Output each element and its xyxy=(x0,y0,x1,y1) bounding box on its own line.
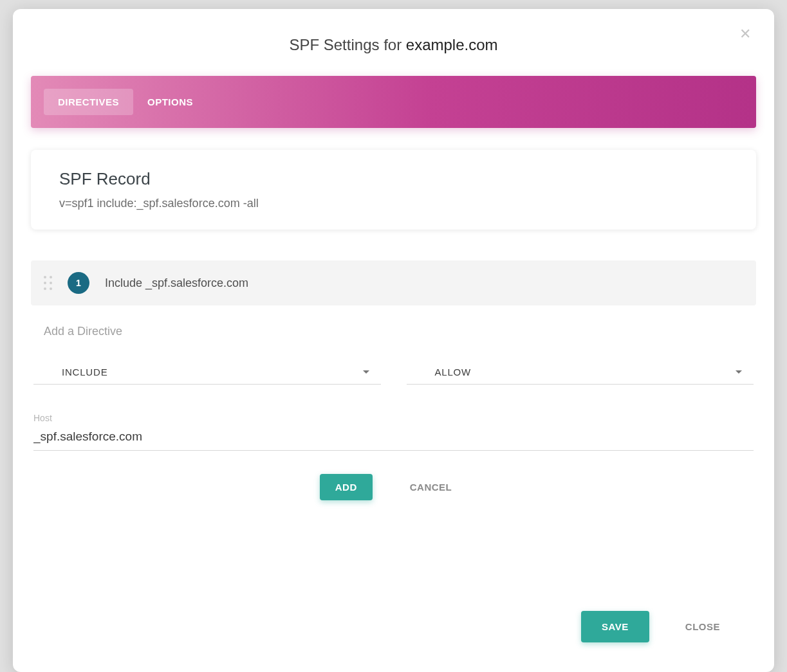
directive-row[interactable]: 1 Include _spf.salesforce.com xyxy=(31,260,756,305)
modal-header: SPF Settings for example.com ✕ xyxy=(13,9,774,76)
chevron-down-icon xyxy=(363,370,369,374)
add-directive-actions: ADD CANCEL xyxy=(31,474,756,500)
drag-handle-icon[interactable] xyxy=(44,276,52,290)
modal-footer: SAVE CLOSE xyxy=(13,598,774,672)
host-field: Host xyxy=(33,413,754,451)
directive-badge: 1 xyxy=(68,272,89,294)
add-directive-label: Add a Directive xyxy=(31,325,756,338)
add-button[interactable]: ADD xyxy=(320,474,373,500)
host-input[interactable] xyxy=(33,427,754,451)
directive-text: Include _spf.salesforce.com xyxy=(105,277,248,290)
tabs-bar: DIRECTIVES OPTIONS xyxy=(31,76,756,128)
chevron-down-icon xyxy=(736,370,742,374)
host-label: Host xyxy=(33,413,754,423)
cancel-button[interactable]: CANCEL xyxy=(394,474,468,500)
close-icon[interactable]: ✕ xyxy=(739,27,751,41)
spf-settings-modal: SPF Settings for example.com ✕ DIRECTIVE… xyxy=(13,9,774,672)
qualifier-select[interactable]: ALLOW xyxy=(407,367,754,385)
spf-record-title: SPF Record xyxy=(59,169,728,189)
modal-title-domain: example.com xyxy=(406,36,498,53)
add-directive-form: INCLUDE ALLOW Host xyxy=(31,367,756,451)
modal-content: SPF Record v=spf1 include:_spf.salesforc… xyxy=(13,128,774,598)
modal-title: SPF Settings for example.com xyxy=(26,36,761,54)
save-button[interactable]: SAVE xyxy=(581,611,649,642)
close-button[interactable]: CLOSE xyxy=(670,613,736,640)
tab-directives[interactable]: DIRECTIVES xyxy=(44,89,133,115)
spf-record-card: SPF Record v=spf1 include:_spf.salesforc… xyxy=(31,150,756,230)
mechanism-select[interactable]: INCLUDE xyxy=(33,367,381,385)
spf-record-value: v=spf1 include:_spf.salesforce.com -all xyxy=(59,197,728,210)
mechanism-select-value: INCLUDE xyxy=(62,367,107,377)
modal-title-prefix: SPF Settings for xyxy=(289,36,405,53)
tab-options[interactable]: OPTIONS xyxy=(133,89,207,115)
qualifier-select-value: ALLOW xyxy=(435,367,472,377)
